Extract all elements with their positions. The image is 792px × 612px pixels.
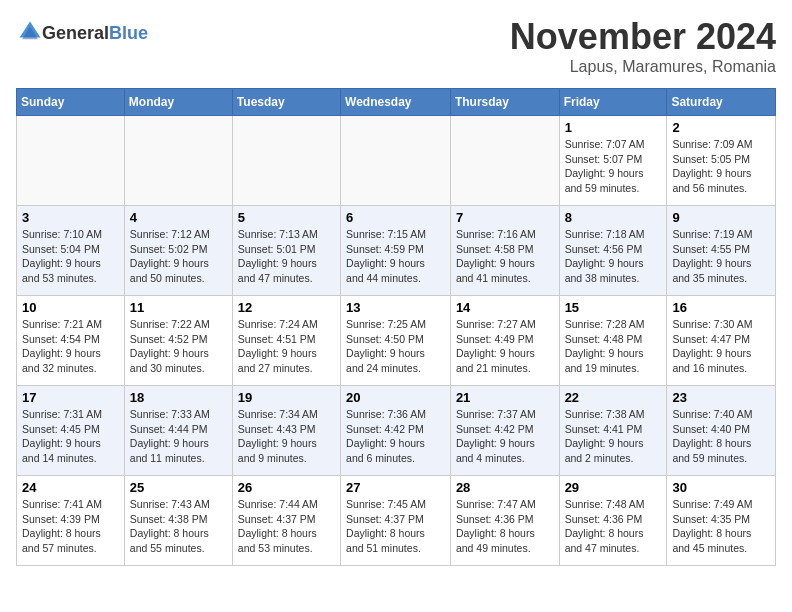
- calendar-cell: 6Sunrise: 7:15 AM Sunset: 4:59 PM Daylig…: [341, 206, 451, 296]
- day-number: 22: [565, 390, 662, 405]
- calendar-cell: 26Sunrise: 7:44 AM Sunset: 4:37 PM Dayli…: [232, 476, 340, 566]
- header-saturday: Saturday: [667, 89, 776, 116]
- calendar-week-2: 10Sunrise: 7:21 AM Sunset: 4:54 PM Dayli…: [17, 296, 776, 386]
- calendar-cell: 23Sunrise: 7:40 AM Sunset: 4:40 PM Dayli…: [667, 386, 776, 476]
- header-monday: Monday: [124, 89, 232, 116]
- day-number: 24: [22, 480, 119, 495]
- day-detail: Sunrise: 7:10 AM Sunset: 5:04 PM Dayligh…: [22, 227, 119, 286]
- header-tuesday: Tuesday: [232, 89, 340, 116]
- day-number: 13: [346, 300, 445, 315]
- calendar-cell: 10Sunrise: 7:21 AM Sunset: 4:54 PM Dayli…: [17, 296, 125, 386]
- calendar-cell: 19Sunrise: 7:34 AM Sunset: 4:43 PM Dayli…: [232, 386, 340, 476]
- calendar-cell: 20Sunrise: 7:36 AM Sunset: 4:42 PM Dayli…: [341, 386, 451, 476]
- calendar-cell: 22Sunrise: 7:38 AM Sunset: 4:41 PM Dayli…: [559, 386, 667, 476]
- page-header: GeneralBlue November 2024 Lapus, Maramur…: [16, 16, 776, 76]
- day-detail: Sunrise: 7:37 AM Sunset: 4:42 PM Dayligh…: [456, 407, 554, 466]
- day-number: 18: [130, 390, 227, 405]
- calendar-cell: 18Sunrise: 7:33 AM Sunset: 4:44 PM Dayli…: [124, 386, 232, 476]
- calendar-cell: 21Sunrise: 7:37 AM Sunset: 4:42 PM Dayli…: [450, 386, 559, 476]
- day-detail: Sunrise: 7:12 AM Sunset: 5:02 PM Dayligh…: [130, 227, 227, 286]
- subtitle: Lapus, Maramures, Romania: [510, 58, 776, 76]
- day-detail: Sunrise: 7:40 AM Sunset: 4:40 PM Dayligh…: [672, 407, 770, 466]
- day-number: 25: [130, 480, 227, 495]
- day-detail: Sunrise: 7:15 AM Sunset: 4:59 PM Dayligh…: [346, 227, 445, 286]
- day-number: 9: [672, 210, 770, 225]
- header-sunday: Sunday: [17, 89, 125, 116]
- calendar-week-4: 24Sunrise: 7:41 AM Sunset: 4:39 PM Dayli…: [17, 476, 776, 566]
- day-detail: Sunrise: 7:34 AM Sunset: 4:43 PM Dayligh…: [238, 407, 335, 466]
- day-detail: Sunrise: 7:36 AM Sunset: 4:42 PM Dayligh…: [346, 407, 445, 466]
- day-detail: Sunrise: 7:09 AM Sunset: 5:05 PM Dayligh…: [672, 137, 770, 196]
- day-detail: Sunrise: 7:33 AM Sunset: 4:44 PM Dayligh…: [130, 407, 227, 466]
- day-detail: Sunrise: 7:30 AM Sunset: 4:47 PM Dayligh…: [672, 317, 770, 376]
- day-number: 2: [672, 120, 770, 135]
- header-wednesday: Wednesday: [341, 89, 451, 116]
- calendar-cell: 15Sunrise: 7:28 AM Sunset: 4:48 PM Dayli…: [559, 296, 667, 386]
- calendar-cell: [450, 116, 559, 206]
- day-detail: Sunrise: 7:24 AM Sunset: 4:51 PM Dayligh…: [238, 317, 335, 376]
- day-detail: Sunrise: 7:25 AM Sunset: 4:50 PM Dayligh…: [346, 317, 445, 376]
- day-number: 8: [565, 210, 662, 225]
- day-number: 17: [22, 390, 119, 405]
- day-number: 20: [346, 390, 445, 405]
- calendar-cell: 2Sunrise: 7:09 AM Sunset: 5:05 PM Daylig…: [667, 116, 776, 206]
- header-friday: Friday: [559, 89, 667, 116]
- day-detail: Sunrise: 7:28 AM Sunset: 4:48 PM Dayligh…: [565, 317, 662, 376]
- day-detail: Sunrise: 7:47 AM Sunset: 4:36 PM Dayligh…: [456, 497, 554, 556]
- calendar-cell: 13Sunrise: 7:25 AM Sunset: 4:50 PM Dayli…: [341, 296, 451, 386]
- day-number: 6: [346, 210, 445, 225]
- calendar-cell: 25Sunrise: 7:43 AM Sunset: 4:38 PM Dayli…: [124, 476, 232, 566]
- day-number: 23: [672, 390, 770, 405]
- calendar-cell: 27Sunrise: 7:45 AM Sunset: 4:37 PM Dayli…: [341, 476, 451, 566]
- main-title: November 2024: [510, 16, 776, 58]
- calendar-cell: [124, 116, 232, 206]
- title-section: November 2024 Lapus, Maramures, Romania: [510, 16, 776, 76]
- day-detail: Sunrise: 7:44 AM Sunset: 4:37 PM Dayligh…: [238, 497, 335, 556]
- calendar-cell: 5Sunrise: 7:13 AM Sunset: 5:01 PM Daylig…: [232, 206, 340, 296]
- header-thursday: Thursday: [450, 89, 559, 116]
- day-number: 21: [456, 390, 554, 405]
- day-number: 19: [238, 390, 335, 405]
- day-detail: Sunrise: 7:07 AM Sunset: 5:07 PM Dayligh…: [565, 137, 662, 196]
- day-detail: Sunrise: 7:38 AM Sunset: 4:41 PM Dayligh…: [565, 407, 662, 466]
- day-detail: Sunrise: 7:16 AM Sunset: 4:58 PM Dayligh…: [456, 227, 554, 286]
- calendar-cell: 16Sunrise: 7:30 AM Sunset: 4:47 PM Dayli…: [667, 296, 776, 386]
- day-detail: Sunrise: 7:49 AM Sunset: 4:35 PM Dayligh…: [672, 497, 770, 556]
- calendar-cell: 12Sunrise: 7:24 AM Sunset: 4:51 PM Dayli…: [232, 296, 340, 386]
- day-number: 30: [672, 480, 770, 495]
- day-number: 27: [346, 480, 445, 495]
- calendar-cell: 29Sunrise: 7:48 AM Sunset: 4:36 PM Dayli…: [559, 476, 667, 566]
- calendar-cell: 11Sunrise: 7:22 AM Sunset: 4:52 PM Dayli…: [124, 296, 232, 386]
- logo-text: GeneralBlue: [42, 24, 148, 44]
- calendar-cell: 4Sunrise: 7:12 AM Sunset: 5:02 PM Daylig…: [124, 206, 232, 296]
- day-detail: Sunrise: 7:22 AM Sunset: 4:52 PM Dayligh…: [130, 317, 227, 376]
- calendar-header: SundayMondayTuesdayWednesdayThursdayFrid…: [17, 89, 776, 116]
- day-number: 11: [130, 300, 227, 315]
- calendar-cell: 14Sunrise: 7:27 AM Sunset: 4:49 PM Dayli…: [450, 296, 559, 386]
- day-number: 3: [22, 210, 119, 225]
- calendar-body: 1Sunrise: 7:07 AM Sunset: 5:07 PM Daylig…: [17, 116, 776, 566]
- day-number: 28: [456, 480, 554, 495]
- day-number: 5: [238, 210, 335, 225]
- day-detail: Sunrise: 7:48 AM Sunset: 4:36 PM Dayligh…: [565, 497, 662, 556]
- calendar-week-0: 1Sunrise: 7:07 AM Sunset: 5:07 PM Daylig…: [17, 116, 776, 206]
- calendar-cell: 9Sunrise: 7:19 AM Sunset: 4:55 PM Daylig…: [667, 206, 776, 296]
- day-detail: Sunrise: 7:41 AM Sunset: 4:39 PM Dayligh…: [22, 497, 119, 556]
- logo-icon: [18, 20, 42, 44]
- calendar-week-3: 17Sunrise: 7:31 AM Sunset: 4:45 PM Dayli…: [17, 386, 776, 476]
- day-number: 15: [565, 300, 662, 315]
- calendar-cell: 24Sunrise: 7:41 AM Sunset: 4:39 PM Dayli…: [17, 476, 125, 566]
- day-number: 10: [22, 300, 119, 315]
- calendar-cell: [232, 116, 340, 206]
- day-number: 12: [238, 300, 335, 315]
- logo: GeneralBlue: [16, 20, 148, 48]
- calendar-cell: 17Sunrise: 7:31 AM Sunset: 4:45 PM Dayli…: [17, 386, 125, 476]
- day-detail: Sunrise: 7:27 AM Sunset: 4:49 PM Dayligh…: [456, 317, 554, 376]
- day-number: 16: [672, 300, 770, 315]
- day-detail: Sunrise: 7:21 AM Sunset: 4:54 PM Dayligh…: [22, 317, 119, 376]
- calendar-cell: 30Sunrise: 7:49 AM Sunset: 4:35 PM Dayli…: [667, 476, 776, 566]
- day-number: 14: [456, 300, 554, 315]
- header-row: SundayMondayTuesdayWednesdayThursdayFrid…: [17, 89, 776, 116]
- day-detail: Sunrise: 7:18 AM Sunset: 4:56 PM Dayligh…: [565, 227, 662, 286]
- calendar-cell: 8Sunrise: 7:18 AM Sunset: 4:56 PM Daylig…: [559, 206, 667, 296]
